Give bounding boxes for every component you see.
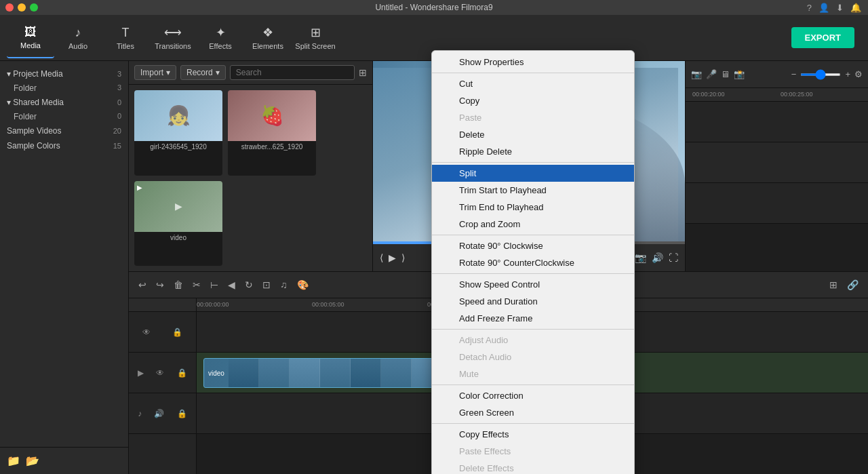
ctx-show-properties[interactable]: Show Properties [432, 54, 634, 71]
ctx-rotate-cw[interactable]: Rotate 90° Clockwise [432, 237, 634, 254]
undo-button[interactable]: ↩ [136, 278, 149, 292]
media-thumb-video[interactable]: ▶ ▶ video [134, 181, 222, 266]
color-button[interactable]: 🎨 [294, 278, 311, 292]
sidebar-project-media[interactable]: ▾ Project Media 3 [0, 66, 128, 81]
nav-elements[interactable]: ❖ Elements [244, 18, 292, 58]
lock-icon-3[interactable]: 🔒 [177, 409, 187, 418]
next-frame-button[interactable]: ⟩ [401, 252, 405, 263]
ctx-sep-2 [432, 162, 634, 163]
filter-icon[interactable]: ⊞ [359, 67, 367, 78]
notification-icon[interactable]: 🔔 [850, 3, 861, 13]
ctx-sep-6 [432, 384, 634, 385]
mic-icon[interactable]: 🎤 [706, 69, 717, 79]
traffic-lights [5, 3, 38, 12]
zoom-slider[interactable] [800, 73, 841, 76]
new-folder-button[interactable]: 📁 [7, 454, 20, 467]
sidebar-sample-colors[interactable]: Sample Colors 15 [0, 138, 128, 153]
settings-icon[interactable]: ⚙ [854, 69, 863, 79]
ctx-mute: Mute [432, 366, 634, 382]
ctx-freeze-frame[interactable]: Add Freeze Frame [432, 310, 634, 327]
music-icon-3[interactable]: ♪ [138, 409, 142, 418]
nav-transitions-label: Transitions [155, 42, 191, 50]
redo-button[interactable]: ↪ [153, 278, 167, 292]
minimize-button[interactable] [18, 3, 26, 12]
video-icon-2[interactable]: ▶ [138, 368, 144, 378]
download-icon[interactable]: ⬇ [836, 3, 844, 13]
ctx-sep-7 [432, 423, 634, 424]
sidebar-sample-videos[interactable]: Sample Videos 20 [0, 123, 128, 138]
nav-titles[interactable]: T Titles [102, 18, 149, 58]
snapshot-button[interactable]: 📷 [635, 252, 646, 263]
right-toolbar: 📷 🎤 🖥 📸 − + ⚙ [686, 61, 868, 88]
maximize-button[interactable] [30, 3, 38, 12]
zoom-in-icon[interactable]: + [845, 69, 850, 79]
track-label-3: ♪ 🔊 🔒 [129, 393, 196, 434]
pip-button[interactable]: ⊞ [827, 278, 840, 292]
sidebar-item-project-folder[interactable]: Folder 3 [0, 81, 128, 95]
search-input[interactable] [230, 65, 355, 80]
media-thumb-girl[interactable]: 👧 girl-2436545_1920 [134, 90, 222, 176]
audio-button[interactable]: ♫ [277, 278, 290, 292]
eye-icon-2[interactable]: 👁 [156, 368, 164, 378]
ctx-paste-effects: Paste Effects [432, 443, 634, 460]
lock-icon-1[interactable]: 🔒 [172, 328, 182, 337]
ctx-crop-zoom[interactable]: Crop and Zoom [432, 216, 634, 233]
trim-button[interactable]: ⊢ [208, 278, 221, 292]
nav-splitscreen-label: Split Screen [295, 42, 335, 50]
ctx-detach-audio: Detach Audio [432, 349, 634, 366]
ctx-show-speed[interactable]: Show Speed Control [432, 276, 634, 293]
lock-icon-2[interactable]: 🔒 [177, 368, 187, 378]
play-button[interactable]: ▶ [389, 252, 396, 263]
screen-record-icon[interactable]: 🖥 [721, 69, 730, 79]
delete-button[interactable]: 🗑 [171, 278, 186, 292]
ctx-trim-start[interactable]: Trim Start to Playhead [432, 182, 634, 199]
cut-button[interactable]: ✂ [190, 278, 203, 292]
media-thumb-strawberry[interactable]: 🍓 strawber...625_1920 [228, 90, 316, 176]
reverse-button[interactable]: ◀ [225, 278, 238, 292]
ctx-color-correction[interactable]: Color Correction [432, 387, 634, 404]
volume-button[interactable]: 🔊 [652, 252, 663, 263]
nav-transitions[interactable]: ⟷ Transitions [149, 18, 197, 58]
zoom-out-icon[interactable]: − [791, 69, 797, 79]
chain-button[interactable]: 🔗 [844, 278, 861, 292]
clip-frame-2 [259, 359, 290, 387]
crop-button[interactable]: ⊡ [260, 278, 273, 292]
fullscreen-button[interactable]: ⛶ [669, 252, 678, 263]
close-button[interactable] [5, 3, 14, 12]
clip-frame-5 [351, 359, 381, 387]
ctx-ripple-delete[interactable]: Ripple Delete [432, 143, 634, 160]
ctx-copy[interactable]: Copy [432, 92, 634, 109]
ctx-cut[interactable]: Cut [432, 75, 634, 92]
titlebar-right-icons: ? 👤 ⬇ 🔔 [807, 3, 861, 13]
ctx-split[interactable]: Split [432, 165, 634, 182]
ctx-copy-effects[interactable]: Copy Effects [432, 426, 634, 443]
record-button[interactable]: Record ▾ [180, 65, 226, 80]
nav-splitscreen[interactable]: ⊞ Split Screen [292, 18, 339, 58]
clip-frame-4 [320, 359, 351, 387]
eye-icon-1[interactable]: 👁 [142, 328, 151, 337]
record-label: Record [186, 68, 213, 77]
ctx-trim-end[interactable]: Trim End to Playhead [432, 199, 634, 216]
ctx-green-screen[interactable]: Green Screen [432, 404, 634, 421]
sidebar-shared-media[interactable]: ▾ Shared Media 0 [0, 95, 128, 110]
import-button[interactable]: Import ▾ [134, 65, 176, 80]
rotate-button[interactable]: ↻ [242, 278, 256, 292]
ctx-rotate-ccw[interactable]: Rotate 90° CounterClockwise [432, 254, 634, 271]
account-icon[interactable]: 👤 [818, 3, 829, 13]
clip-label: video [204, 368, 229, 378]
ctx-speed-duration[interactable]: Speed and Duration [432, 293, 634, 310]
nav-audio[interactable]: ♪ Audio [54, 18, 102, 58]
prev-frame-button[interactable]: ⟨ [380, 252, 383, 263]
snapshot-icon[interactable]: 📸 [734, 69, 745, 79]
nav-media[interactable]: 🖼 Media [7, 18, 54, 58]
export-button[interactable]: EXPORT [791, 27, 854, 48]
camera-icon[interactable]: 📷 [691, 69, 702, 79]
right-track-row-2 [686, 142, 868, 183]
nav-effects[interactable]: ✦ Effects [197, 18, 244, 58]
ctx-delete[interactable]: Delete [432, 126, 634, 143]
help-icon[interactable]: ? [807, 3, 812, 13]
sidebar-item-shared-folder[interactable]: Folder 0 [0, 110, 128, 123]
right-ruler: 00:00:20:00 00:00:25:00 [686, 88, 868, 102]
volume-icon-3[interactable]: 🔊 [154, 409, 164, 418]
import-folder-button[interactable]: 📂 [26, 454, 39, 467]
